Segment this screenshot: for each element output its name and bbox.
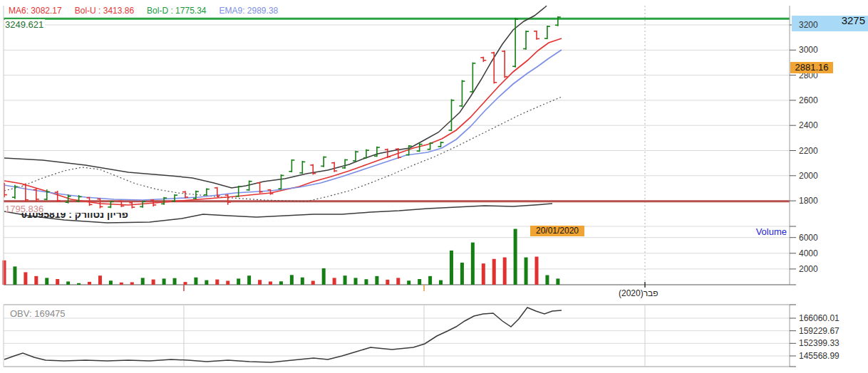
- volume-pane-title: Volume: [713, 226, 787, 237]
- volume-axis-tick-label: 2000: [799, 264, 818, 274]
- price-axis-tick-label: 1800: [799, 196, 818, 206]
- indicator-ema9: EMA9: 2989.38: [219, 6, 279, 16]
- volume-axis-tick-label: 4000: [799, 248, 818, 258]
- indicator-bol-u: Bol-U : 3413.86: [75, 6, 134, 16]
- volume-pane[interactable]: [4, 226, 790, 285]
- price-axis-tick-label: 2400: [799, 120, 818, 130]
- obv-axis-tick-label: 152399.33: [799, 338, 839, 348]
- price-axis-tick-label: 3000: [799, 45, 818, 55]
- obv-title-label: OBV: 169475: [10, 308, 66, 319]
- obv-axis-tick-label: 159229.67: [799, 326, 839, 336]
- cursor-price-badge: 2881.16: [790, 62, 833, 73]
- indicator-legend: MA6: 3082.17 Bol-U : 3413.86 Bol-D : 177…: [9, 6, 278, 16]
- upper-level-label: 3249.621: [5, 19, 45, 30]
- volume-axis-tick-label: 6000: [799, 233, 818, 243]
- cursor-date-badge: 20/01/2020: [530, 226, 584, 236]
- price-axis-tick-label: 2000: [799, 171, 818, 181]
- price-axis-tick-label: 3200: [799, 20, 818, 30]
- obv-axis-tick-label: 166060.01: [799, 313, 839, 323]
- price-pane[interactable]: [4, 6, 790, 226]
- security-name-label: פריון נטוורק : 01095819: [21, 213, 128, 222]
- price-axis-tick-label: 2600: [799, 95, 818, 105]
- price-axis-tick-label: 2200: [799, 146, 818, 156]
- x-axis-month-label: פבר(2020): [619, 288, 658, 298]
- chart-window: MA6: 3082.17 Bol-U : 3413.86 Bol-D : 177…: [0, 0, 868, 373]
- last-price-label: 3275: [827, 14, 865, 26]
- indicator-ma6: MA6: 3082.17: [9, 6, 62, 16]
- obv-axis-tick-label: 145568.99: [799, 351, 839, 361]
- obv-pane[interactable]: [4, 305, 790, 367]
- indicator-bol-d: Bol-D : 1775.34: [147, 6, 206, 16]
